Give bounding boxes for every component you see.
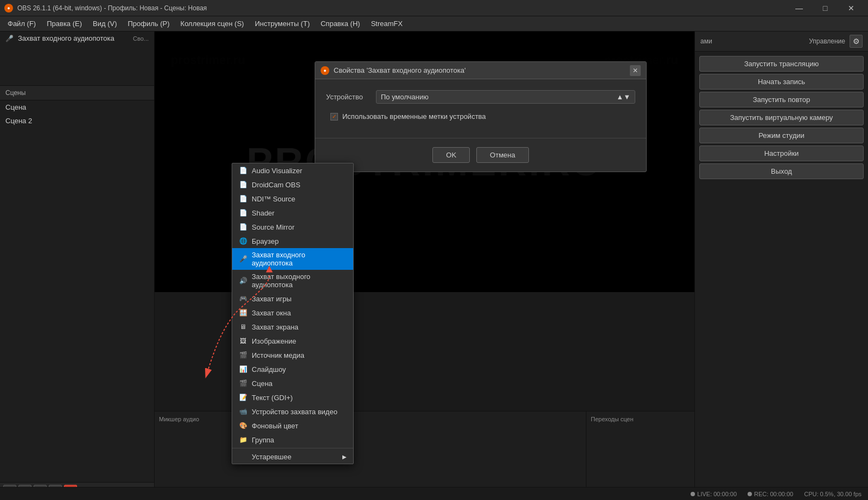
context-item-audio-output[interactable]: 🔊 Захват выходного аудиопотока (232, 270, 353, 292)
status-bar: LIVE: 00:00:00 REC: 00:00:00 CPU: 0.5%, … (0, 487, 868, 500)
live-text: LIVE: 00:00:00 (697, 491, 737, 497)
context-item-image[interactable]: 🖼 Изображение (232, 334, 353, 348)
ok-button[interactable]: OK (432, 147, 470, 163)
start-replay-button[interactable]: Запустить повтор (699, 92, 864, 107)
menu-profile[interactable]: Профиль (P) (123, 17, 175, 30)
start-stream-button[interactable]: Запустить трансляцию (699, 56, 864, 72)
start-virtual-cam-button[interactable]: Запустить виртуальную камеру (699, 110, 864, 125)
context-item-slideshow[interactable]: 📊 Слайдшоу (232, 362, 353, 376)
menu-file[interactable]: Файл (F) (2, 17, 41, 30)
context-icon-audio-visualizer: 📄 (239, 166, 247, 175)
context-item-audio-visualizer[interactable]: 📄 Audio Visualizer (232, 163, 353, 178)
context-label-color-source: Фоновый цвет (252, 422, 298, 430)
settings-button[interactable]: Настройки (699, 145, 864, 161)
context-label-scene: Сцена (252, 379, 272, 388)
menu-view[interactable]: Вид (V) (87, 17, 122, 30)
settings-gear-button[interactable]: ⚙ (850, 35, 863, 48)
context-label-audio-visualizer: Audio Visualizer (252, 167, 302, 175)
scenes-section: Сцены Сцена Сцена 2 + − ↑ ↓ ⚙ (0, 86, 154, 500)
minimize-button[interactable]: — (787, 0, 812, 16)
checkbox-label: Использовать временные метки устройства (342, 112, 486, 121)
exit-button[interactable]: Выход (699, 163, 864, 179)
scene-item-2[interactable]: Сцена 2 (0, 114, 154, 128)
cancel-button[interactable]: Отмена (476, 147, 529, 163)
modal-title-text: Свойства 'Захват входного аудиопотока' (334, 66, 465, 74)
close-button[interactable]: ✕ (839, 0, 864, 16)
modal-close-button[interactable]: ✕ (630, 65, 641, 76)
right-controls: Запустить трансляцию Начать запись Запус… (695, 52, 868, 183)
source-label: Захват входного аудиопотока (18, 34, 114, 42)
context-item-video-capture[interactable]: 📹 Устройство захвата видео (232, 404, 353, 419)
device-value: По умолчанию (381, 93, 429, 101)
context-item-browser[interactable]: 🌐 Браузер (232, 234, 353, 248)
context-label-display-capture: Захват экрана (252, 323, 298, 331)
source-gear[interactable]: Сво... (133, 35, 149, 42)
context-item-ndi[interactable]: 📄 NDI™ Source (232, 192, 353, 206)
modal-title: ● Свойства 'Захват входного аудиопотока' (321, 66, 465, 75)
context-item-scene[interactable]: 🎬 Сцена (232, 376, 353, 390)
modal-icon: ● (321, 66, 329, 75)
device-row: Устройство По умолчанию ▲▼ (326, 90, 635, 104)
context-label-deprecated: Устаревшее (252, 453, 291, 461)
context-label-droidcam: DroidCam OBS (252, 181, 301, 189)
context-item-droidcam[interactable]: 📄 DroidCam OBS (232, 178, 353, 192)
menu-edit[interactable]: Правка (E) (41, 17, 87, 30)
menu-streamfx[interactable]: StreamFX (366, 17, 409, 30)
controls-header: ами Управление ⚙ (695, 31, 868, 52)
menu-help[interactable]: Справка (H) (315, 17, 366, 30)
source-item-audio-input[interactable]: 🎤 Захват входного аудиопотока Сво... (0, 31, 154, 45)
title-bar-text: OBS 26.1.1 (64-bit, windows) - Профиль: … (17, 4, 207, 12)
context-item-deprecated[interactable]: Устаревшее ▶ (232, 450, 353, 464)
right-panel: ами Управление ⚙ Запустить трансляцию На… (694, 31, 868, 500)
context-label-shader: Shader (252, 209, 275, 217)
menu-scene-collection[interactable]: Коллекция сцен (S) (175, 17, 250, 30)
checkbox-timestamps[interactable] (330, 113, 338, 121)
context-label-slideshow: Слайдшоу (252, 365, 286, 374)
context-icon-image: 🖼 (239, 337, 247, 345)
maximize-button[interactable]: □ (813, 0, 838, 16)
context-separator (232, 448, 353, 448)
context-label-browser: Браузер (252, 237, 279, 245)
context-label-audio-output: Захват выходного аудиопотока (252, 273, 347, 289)
source-icon: 🎤 (5, 35, 14, 42)
menu-tools[interactable]: Инструменты (T) (250, 17, 315, 30)
context-item-shader[interactable]: 📄 Shader (232, 206, 353, 220)
context-icon-color-source: 🎨 (239, 421, 247, 430)
context-icon-ndi: 📄 (239, 194, 247, 203)
context-icon-scene: 🎬 (239, 379, 247, 388)
cpu-text: CPU: 0.5%, 30.00 fps (804, 491, 861, 497)
context-label-image: Изображение (252, 337, 296, 345)
context-item-text-gdi[interactable]: 📝 Текст (GDI+) (232, 390, 353, 404)
context-icon-deprecated (239, 452, 247, 461)
context-item-source-mirror[interactable]: 📄 Source Mirror (232, 220, 353, 234)
start-record-button[interactable]: Начать запись (699, 74, 864, 90)
studio-mode-button[interactable]: Режим студии (699, 128, 864, 143)
modal-dialog: ● Свойства 'Захват входного аудиопотока'… (315, 61, 647, 172)
context-icon-video-capture: 📹 (239, 407, 247, 416)
context-item-window-capture[interactable]: 🪟 Захват окна (232, 306, 353, 320)
context-label-media-source: Источник медиа (252, 351, 304, 359)
context-item-audio-input[interactable]: 🎤 Захват входного аудиопотока (232, 248, 353, 270)
context-item-group[interactable]: 📁 Группа (232, 433, 353, 447)
mixer-panel: Микшер аудио (155, 412, 586, 487)
device-select[interactable]: По умолчанию ▲▼ (376, 90, 635, 104)
context-item-game-capture[interactable]: 🎮 Захват игры (232, 292, 353, 306)
sources-section: 🎤 Захват входного аудиопотока Сво... (0, 31, 154, 86)
title-bar-left: ● OBS 26.1.1 (64-bit, windows) - Профиль… (4, 4, 207, 12)
rec-indicator (748, 492, 752, 496)
mixer-title: Микшер аудио (159, 416, 582, 422)
context-item-color-source[interactable]: 🎨 Фоновый цвет (232, 419, 353, 433)
title-bar: ● OBS 26.1.1 (64-bit, windows) - Профиль… (0, 0, 868, 16)
context-icon-browser: 🌐 (239, 237, 247, 245)
watermark-top-left: prostrimer.ru (171, 53, 245, 67)
device-dropdown-icon: ▲▼ (616, 93, 630, 101)
context-label-text-gdi: Текст (GDI+) (252, 394, 293, 402)
scene-item-1[interactable]: Сцена (0, 100, 154, 114)
context-icon-audio-input: 🎤 (239, 255, 247, 263)
context-label-game-capture: Захват игры (252, 295, 291, 303)
context-item-media-source[interactable]: 🎬 Источник медиа (232, 348, 353, 362)
app-icon: ● (4, 4, 13, 12)
context-label-audio-input: Захват входного аудиопотока (252, 251, 347, 267)
context-item-display-capture[interactable]: 🖥 Захват экрана (232, 320, 353, 334)
context-icon-game-capture: 🎮 (239, 294, 247, 303)
